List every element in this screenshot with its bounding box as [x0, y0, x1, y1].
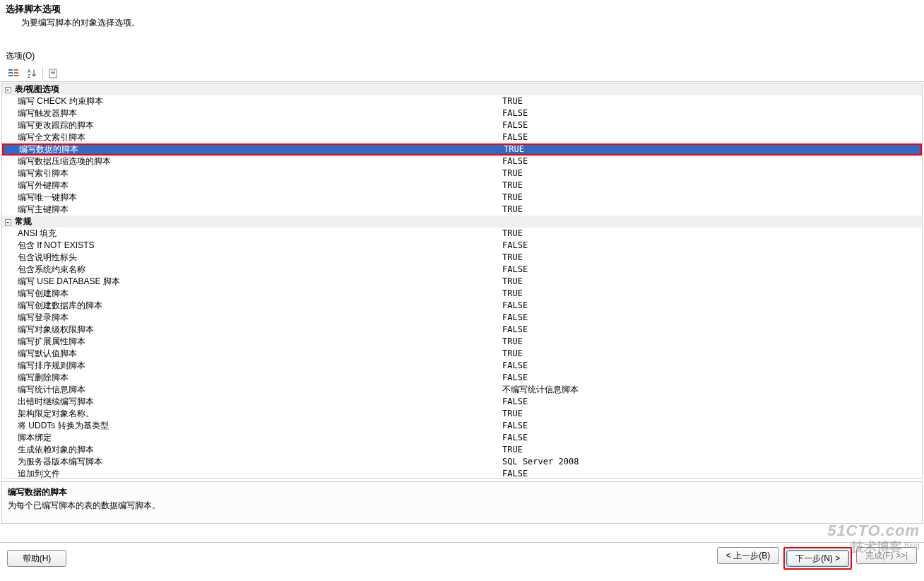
property-label: 生成依赖对象的脚本	[13, 444, 501, 456]
property-row[interactable]: 编写外键脚本TRUE	[2, 180, 922, 192]
property-value[interactable]: 不编写统计信息脚本	[501, 384, 922, 396]
property-row[interactable]: 追加到文件FALSE	[2, 468, 922, 479]
property-value[interactable]: FALSE	[501, 300, 922, 312]
property-label: 编写数据的脚本	[15, 143, 502, 155]
property-label: 编写对象级权限脚本	[13, 324, 501, 336]
property-value[interactable]: SQL Server 2008	[501, 456, 922, 468]
property-value[interactable]: TRUE	[501, 408, 922, 420]
property-value[interactable]: TRUE	[501, 252, 922, 264]
property-row[interactable]: 编写 USE DATABASE 脚本TRUE	[2, 276, 922, 288]
property-label: 将 UDDTs 转换为基类型	[13, 420, 501, 432]
property-label: 追加到文件	[13, 468, 501, 479]
property-value[interactable]: FALSE	[501, 264, 922, 276]
property-grid[interactable]: -表/视图选项编写 CHECK 约束脚本TRUE编写触发器脚本FALSE编写更改…	[1, 83, 923, 479]
property-row[interactable]: 编写主键脚本TRUE	[2, 204, 922, 216]
property-row[interactable]: 编写删除脚本FALSE	[2, 372, 922, 384]
property-value[interactable]: TRUE	[501, 228, 922, 240]
property-row[interactable]: 包含 If NOT EXISTSFALSE	[2, 240, 922, 252]
svg-rect-2	[8, 75, 13, 76]
property-label: ANSI 填充	[13, 228, 501, 240]
property-row[interactable]: 编写全文索引脚本FALSE	[2, 131, 922, 143]
wizard-header: 选择脚本选项 为要编写脚本的对象选择选项。	[0, 0, 924, 36]
property-value[interactable]: TRUE	[501, 336, 922, 348]
category-label: 常规	[13, 216, 501, 228]
property-row[interactable]: 编写创建脚本TRUE	[2, 288, 922, 300]
property-value[interactable]: FALSE	[501, 324, 922, 336]
property-value[interactable]: FALSE	[501, 360, 922, 372]
category-header[interactable]: -常规	[2, 216, 922, 228]
next-button[interactable]: 下一步(N) >	[786, 550, 849, 567]
property-row[interactable]: 编写唯一键脚本TRUE	[2, 192, 922, 204]
property-row[interactable]: 包含系统约束名称FALSE	[2, 264, 922, 276]
collapse-icon[interactable]: -	[2, 216, 13, 228]
property-value[interactable]: TRUE	[501, 180, 922, 192]
property-value[interactable]: TRUE	[501, 288, 922, 300]
property-row[interactable]: 编写排序规则脚本FALSE	[2, 360, 922, 372]
property-row[interactable]: 编写创建数据库的脚本FALSE	[2, 300, 922, 312]
property-label: 编写排序规则脚本	[13, 360, 501, 372]
property-row[interactable]: 出错时继续编写脚本FALSE	[2, 396, 922, 408]
property-row[interactable]: 编写对象级权限脚本FALSE	[2, 324, 922, 336]
property-label: 编写默认值脚本	[13, 348, 501, 360]
property-value[interactable]: TRUE	[501, 95, 922, 107]
property-value[interactable]: FALSE	[501, 432, 922, 444]
property-row[interactable]: 编写统计信息脚本不编写统计信息脚本	[2, 384, 922, 396]
property-value[interactable]: FALSE	[501, 420, 922, 432]
property-row[interactable]: 生成依赖对象的脚本TRUE	[2, 444, 922, 456]
property-row[interactable]: 编写扩展属性脚本TRUE	[2, 336, 922, 348]
property-value[interactable]: FALSE	[501, 155, 922, 168]
collapse-icon[interactable]: -	[2, 83, 13, 95]
property-label: 包含系统约束名称	[13, 264, 501, 276]
svg-rect-1	[8, 72, 13, 74]
property-row[interactable]: 编写默认值脚本TRUE	[2, 348, 922, 360]
property-value[interactable]: TRUE	[501, 276, 922, 288]
property-row[interactable]: 包含说明性标头TRUE	[2, 252, 922, 264]
property-row[interactable]: 编写索引脚本TRUE	[2, 168, 922, 180]
property-value[interactable]: TRUE	[501, 204, 922, 216]
property-row[interactable]: 为服务器版本编写脚本SQL Server 2008	[2, 456, 922, 468]
wizard-subtitle: 为要编写脚本的对象选择选项。	[21, 17, 918, 29]
property-value[interactable]: TRUE	[501, 348, 922, 360]
property-value[interactable]: FALSE	[501, 107, 922, 119]
back-button[interactable]: < 上一步(B)	[717, 547, 779, 564]
property-label: 编写唯一键脚本	[13, 192, 501, 204]
property-label: 编写外键脚本	[13, 180, 501, 192]
property-row[interactable]: 架构限定对象名称。TRUE	[2, 408, 922, 420]
property-value[interactable]: FALSE	[501, 131, 922, 143]
property-value[interactable]: TRUE	[501, 168, 922, 180]
property-label: 编写 CHECK 约束脚本	[13, 95, 501, 107]
help-button[interactable]: 帮助(H)	[7, 550, 66, 567]
property-label: 架构限定对象名称。	[13, 408, 501, 420]
property-row[interactable]: 将 UDDTs 转换为基类型FALSE	[2, 420, 922, 432]
property-value[interactable]: TRUE	[502, 143, 920, 155]
property-value[interactable]: FALSE	[501, 312, 922, 324]
property-row[interactable]: 编写更改跟踪的脚本FALSE	[2, 119, 922, 131]
property-value[interactable]: TRUE	[501, 192, 922, 204]
categorized-view-button[interactable]	[6, 66, 21, 81]
property-value[interactable]: FALSE	[501, 372, 922, 384]
property-row[interactable]: 脚本绑定FALSE	[2, 432, 922, 444]
property-label: 编写全文索引脚本	[13, 131, 501, 143]
property-row[interactable]: 编写登录脚本FALSE	[2, 312, 922, 324]
property-row[interactable]: 编写数据的脚本TRUE	[2, 143, 922, 155]
property-value[interactable]: TRUE	[501, 444, 922, 456]
property-pages-button[interactable]	[46, 66, 61, 81]
property-label: 编写索引脚本	[13, 168, 501, 180]
property-row[interactable]: 编写触发器脚本FALSE	[2, 107, 922, 119]
svg-rect-9	[51, 71, 55, 71]
property-label: 编写创建脚本	[13, 288, 501, 300]
property-value[interactable]: FALSE	[501, 396, 922, 408]
property-value[interactable]: FALSE	[501, 468, 922, 479]
property-value[interactable]: FALSE	[501, 240, 922, 252]
property-row[interactable]: 编写 CHECK 约束脚本TRUE	[2, 95, 922, 107]
property-row[interactable]: 编写数据压缩选项的脚本FALSE	[2, 155, 922, 168]
property-label: 编写 USE DATABASE 脚本	[13, 276, 501, 288]
description-pane: 编写数据的脚本 为每个已编写脚本的表的数据编写脚本。	[1, 481, 923, 524]
category-header[interactable]: -表/视图选项	[2, 83, 922, 95]
alphabetical-view-button[interactable]: AZ	[24, 66, 40, 81]
svg-rect-4	[14, 72, 18, 74]
svg-rect-3	[14, 69, 18, 71]
property-row[interactable]: ANSI 填充TRUE	[2, 228, 922, 240]
property-value[interactable]: FALSE	[501, 119, 922, 131]
finish-button: 完成(F) >>|	[856, 547, 917, 564]
